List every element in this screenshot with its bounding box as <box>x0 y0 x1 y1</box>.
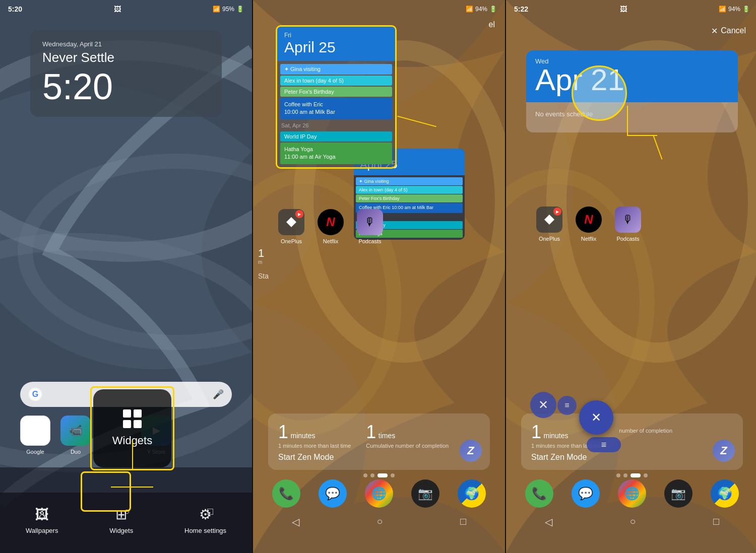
widgets-btn-label: Widgets <box>109 527 133 534</box>
cal-event-1: ✦ Gina visiting <box>280 64 392 75</box>
podcasts-label-3: Podcasts <box>616 236 639 242</box>
zen-min-num: 1 <box>278 422 288 442</box>
netflix-icon[interactable]: N <box>318 209 344 235</box>
podcasts-icon-3[interactable]: 🎙 <box>615 206 641 233</box>
fab-main-x-icon: ✕ <box>591 410 601 425</box>
dot-2 <box>370 473 374 477</box>
cal3-header: Wed Apr 21 <box>526 50 738 102</box>
zen-widget-2[interactable]: 1 minutes 1 minutes more than last time … <box>268 413 490 470</box>
back-btn-3[interactable]: ◁ <box>545 516 552 528</box>
oneplus-label: OnePlus <box>281 238 302 244</box>
recents-btn-3[interactable]: □ <box>713 516 719 528</box>
sta-label: Sta <box>258 272 269 280</box>
zen-min-sub: 1 minutes more than last time <box>278 443 351 449</box>
camera-dock-2[interactable]: 📷 <box>411 479 439 508</box>
zen-widget-3[interactable]: 1 minutes 1 minutes more than last time … <box>521 413 743 470</box>
fab-main[interactable]: ✕ <box>579 400 613 435</box>
fab-eq-secondary[interactable]: ≡ <box>557 396 577 415</box>
zen-times-num: 1 <box>366 422 376 442</box>
cancel-x-icon: ✕ <box>711 26 718 36</box>
dots-row-2 <box>253 473 505 477</box>
earth-dock-2[interactable]: 🌍 <box>458 479 486 508</box>
oneplus-app-3[interactable]: ▶ OnePlus <box>536 206 562 242</box>
battery-1: 95% <box>222 6 234 13</box>
page-m: m <box>258 259 262 265</box>
zen-z-2: Z <box>460 440 482 462</box>
recents-btn-1[interactable]: □ <box>207 506 213 518</box>
back-btn-2[interactable]: ◁ <box>292 516 299 528</box>
earth-dock-3[interactable]: 🌍 <box>711 479 739 508</box>
google-icon[interactable]: G <box>20 416 50 446</box>
widgets-grid-icon <box>123 409 142 428</box>
app-duo[interactable]: 📹 Duo <box>60 416 91 455</box>
zen-stats: 1 minutes 1 minutes more than last time … <box>278 422 480 449</box>
cancel-partial[interactable]: el <box>489 20 495 29</box>
home-btn-3[interactable]: ○ <box>629 516 636 528</box>
recents-btn-2[interactable]: □ <box>460 516 466 528</box>
fab-secondary[interactable]: ✕ <box>530 392 556 418</box>
phone-dock-3[interactable]: 📞 <box>525 479 553 508</box>
status-icons-2: 📶 94% 🔋 <box>466 6 497 13</box>
dot3-4 <box>644 473 648 477</box>
cal3-widget[interactable]: Wed Apr 21 No events schedule <box>526 50 738 132</box>
podcasts-app-3[interactable]: 🎙 Podcasts <box>615 206 641 242</box>
dot-1 <box>363 473 367 477</box>
photo-icon: 🖼 <box>114 5 121 13</box>
netflix-app[interactable]: N Netflix <box>318 209 344 244</box>
nav-buttons-1: ◁ ○ □ <box>0 506 252 518</box>
home-btn-2[interactable]: ○ <box>376 516 383 528</box>
camera-dock-3[interactable]: 📷 <box>664 479 692 508</box>
time-1: 5:20 <box>8 5 22 13</box>
home-settings-label: Home settings <box>184 527 226 534</box>
status-icons-3: 📶 94% 🔋 <box>719 6 750 13</box>
bottom-dock-2: 📞 💬 🌐 📷 🌍 <box>263 479 495 508</box>
photo-icon-3: 🖼 <box>620 5 627 13</box>
battery-2: 94% <box>475 6 487 13</box>
oneplus-label-3: OnePlus <box>539 236 560 242</box>
cal-sat-sep: Sat, Apr 26 <box>277 120 395 130</box>
podcasts-app[interactable]: 🎙 Podcasts <box>357 209 383 244</box>
chrome-dock-2[interactable]: 🌐 <box>365 479 393 508</box>
chrome-dock-3[interactable]: 🌐 <box>618 479 646 508</box>
dot3-1 <box>616 473 620 477</box>
zen-times: 1 times Cumulative number of completion <box>366 422 449 449</box>
app-google[interactable]: G Google <box>20 416 50 455</box>
panel-2: 📶 94% 🔋 el Fri April 25 ✦ Gina visiting … <box>253 0 505 553</box>
zen-min-label-3: minutes <box>543 432 568 440</box>
mic-icon[interactable]: 🎤 <box>213 389 224 400</box>
status-bar-1: 5:20 🖼 📶 95% 🔋 <box>0 0 252 18</box>
dock-apps-row-3: ▶ OnePlus N Netflix 🎙 Podcasts <box>536 206 641 242</box>
calendar-widget-large[interactable]: Fri April 25 ✦ Gina visiting Alex in tow… <box>276 25 397 169</box>
netflix-icon-3[interactable]: N <box>576 206 602 233</box>
back-btn-1[interactable]: ◁ <box>39 506 46 518</box>
cal-header: Fri April 25 <box>277 27 395 61</box>
sms-dock-2[interactable]: 💬 <box>319 479 347 508</box>
netflix-label: Netflix <box>323 238 339 244</box>
signal-icon-1: 📶 <box>213 6 220 13</box>
podcasts-icon[interactable]: 🎙 <box>357 209 383 235</box>
fab-x-icon: ✕ <box>538 398 548 412</box>
dot3-3-active <box>631 473 641 477</box>
status-bar-2: 📶 94% 🔋 <box>253 0 505 18</box>
nav-buttons-2: ◁ ○ □ <box>253 516 505 528</box>
wallpapers-label: Wallpapers <box>26 527 58 534</box>
cal-events: ✦ Gina visiting Alex in town (day 4 of 5… <box>277 61 395 167</box>
cancel-bar[interactable]: ✕ Cancel <box>506 18 756 43</box>
oneplus-app[interactable]: ▶ OnePlus <box>278 209 304 244</box>
oneplus-icon-3[interactable]: ▶ <box>536 206 562 233</box>
phone-dock-2[interactable]: 📞 <box>272 479 300 508</box>
zen-completion-3: number of completion <box>619 422 672 449</box>
dot-4 <box>391 473 395 477</box>
sms-dock-3[interactable]: 💬 <box>572 479 600 508</box>
oneplus-icon[interactable]: ▶ <box>278 209 304 235</box>
netflix-app-3[interactable]: N Netflix <box>576 206 602 242</box>
fab-eq-main[interactable]: ≡ <box>587 437 621 452</box>
home-btn-1[interactable]: ○ <box>123 506 130 518</box>
cal-event-3: Peter Fox's Birthday <box>280 87 392 97</box>
duo-label: Duo <box>71 449 81 455</box>
fab-eq-icon: ≡ <box>564 401 569 410</box>
duo-icon[interactable]: 📹 <box>60 416 91 446</box>
resize-circle-top <box>572 65 627 121</box>
dot-3-active <box>377 473 388 477</box>
dock-apps-row-2: ▶ OnePlus N Netflix 🎙 Podcasts <box>278 209 383 244</box>
